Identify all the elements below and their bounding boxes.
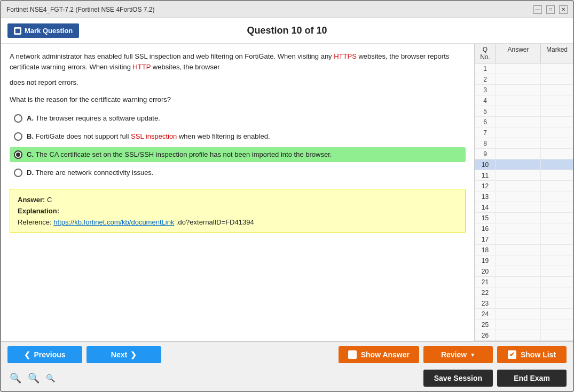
sidebar-row[interactable]: 10 xyxy=(475,159,573,170)
title-bar: Fortinet NSE4_FGT-7.2 (Fortinet NSE 4For… xyxy=(1,1,573,18)
sidebar-cell-num: 21 xyxy=(475,277,496,287)
review-button[interactable]: Review ▼ xyxy=(423,346,493,363)
http-word: HTTP xyxy=(132,63,151,71)
svg-rect-0 xyxy=(15,28,20,34)
sidebar-cell-num: 26 xyxy=(475,330,496,340)
q-text-part3: websites, the browser xyxy=(151,63,219,71)
sidebar-cell-marked xyxy=(541,223,573,234)
sidebar-row[interactable]: 24 xyxy=(475,309,573,319)
sidebar-cell-answer xyxy=(496,266,541,276)
action-right: Save Session End Exam xyxy=(423,370,567,387)
mark-question-button[interactable]: Mark Question xyxy=(7,23,79,38)
main-area: A network administrator has enabled full… xyxy=(1,44,573,341)
sidebar-cell-answer xyxy=(496,117,541,127)
sidebar-row[interactable]: 3 xyxy=(475,85,573,95)
sidebar-cell-num: 11 xyxy=(475,170,496,180)
minimize-button[interactable]: — xyxy=(533,5,542,14)
sidebar-row[interactable]: 2 xyxy=(475,74,573,85)
sidebar-row[interactable]: 15 xyxy=(475,213,573,223)
show-answer-button[interactable]: Show Answer xyxy=(339,346,419,363)
nav-center: Show Answer Review ▼ ✔ Show List xyxy=(339,346,567,363)
sidebar-cell-marked xyxy=(541,277,573,287)
close-button[interactable]: ✕ xyxy=(559,5,568,14)
sidebar-cell-marked xyxy=(541,127,573,138)
sidebar-cell-num: 16 xyxy=(475,223,496,234)
sidebar-cell-marked xyxy=(541,106,573,116)
sidebar-row[interactable]: 4 xyxy=(475,95,573,106)
previous-button[interactable]: Previous xyxy=(7,346,82,363)
sidebar-cell-marked xyxy=(541,181,573,191)
sidebar-row[interactable]: 22 xyxy=(475,287,573,298)
sidebar-cell-num: 7 xyxy=(475,127,496,138)
sidebar-row[interactable]: 5 xyxy=(475,106,573,117)
sidebar-cell-num: 18 xyxy=(475,245,496,255)
sidebar-row[interactable]: 12 xyxy=(475,181,573,191)
https-word: HTTPS xyxy=(334,52,357,60)
zoom-out-button[interactable]: 🔍 xyxy=(7,371,23,385)
zoom-in-button[interactable]: 🔍 xyxy=(44,371,57,385)
sidebar-row[interactable]: 14 xyxy=(475,202,573,213)
question-title: Question 10 of 10 xyxy=(247,25,327,36)
option-c-row[interactable]: C. The CA certificate set on the SSL/SSH… xyxy=(10,147,466,162)
option-a-row[interactable]: A. The browser requires a software updat… xyxy=(10,111,466,126)
option-b-row[interactable]: B. FortiGate does not support full SSL i… xyxy=(10,129,466,144)
window-controls: — □ ✕ xyxy=(533,5,568,14)
sidebar-cell-marked xyxy=(541,287,573,298)
option-a-label: A. The browser requires a software updat… xyxy=(27,114,160,122)
reference-link[interactable]: https://kb.fortinet.com/kb/documentLink xyxy=(53,218,174,226)
explanation-label: Explanation: xyxy=(18,207,59,215)
mark-question-label: Mark Question xyxy=(25,27,73,35)
option-d-row[interactable]: D. There are network connectivity issues… xyxy=(10,165,466,180)
sidebar-cell-marked xyxy=(541,74,573,84)
next-label: Next xyxy=(111,350,127,359)
option-b-label: B. FortiGate does not support full SSL i… xyxy=(27,132,270,140)
sidebar-rows: 1 2 3 4 5 6 7 8 xyxy=(475,63,573,341)
sidebar-row[interactable]: 1 xyxy=(475,63,573,74)
sidebar-row[interactable]: 19 xyxy=(475,255,573,266)
sidebar-row[interactable]: 18 xyxy=(475,245,573,255)
review-arrow-icon: ▼ xyxy=(470,352,475,358)
sidebar-cell-num: 6 xyxy=(475,117,496,127)
sidebar-cell-marked xyxy=(541,149,573,159)
option-d-radio[interactable] xyxy=(14,169,22,177)
sidebar-cell-answer xyxy=(496,245,541,255)
sidebar-header-qno: Q No. xyxy=(475,44,496,63)
sidebar-row[interactable]: 23 xyxy=(475,298,573,309)
sidebar-row[interactable]: 26 xyxy=(475,330,573,341)
sidebar-cell-answer xyxy=(496,255,541,266)
save-session-button[interactable]: Save Session xyxy=(423,370,493,387)
sidebar-cell-answer xyxy=(496,298,541,308)
sidebar-cell-num: 12 xyxy=(475,181,496,191)
sidebar-row[interactable]: 13 xyxy=(475,191,573,202)
sidebar-cell-marked xyxy=(541,309,573,319)
mark-icon xyxy=(14,27,21,35)
show-list-checkbox-icon: ✔ xyxy=(508,350,516,359)
maximize-button[interactable]: □ xyxy=(546,5,555,14)
zoom-reset-button[interactable]: 🔍 xyxy=(26,371,42,385)
sidebar-cell-num: 14 xyxy=(475,202,496,212)
bottom-bar: Previous Next Show Answer Review ▼ xyxy=(1,341,573,391)
sidebar-row[interactable]: 7 xyxy=(475,127,573,138)
sidebar-row[interactable]: 16 xyxy=(475,223,573,234)
sidebar-cell-answer xyxy=(496,181,541,191)
next-button[interactable]: Next xyxy=(87,346,161,363)
show-list-button[interactable]: ✔ Show List xyxy=(497,346,567,363)
option-c-radio[interactable] xyxy=(14,150,22,159)
sidebar-cell-answer xyxy=(496,138,541,148)
sidebar-row[interactable]: 21 xyxy=(475,277,573,287)
sidebar-row[interactable]: 25 xyxy=(475,319,573,330)
option-b-radio[interactable] xyxy=(14,132,22,141)
sidebar-cell-num: 9 xyxy=(475,149,496,159)
sidebar-row[interactable]: 6 xyxy=(475,117,573,127)
sidebar-row[interactable]: 9 xyxy=(475,149,573,159)
option-a-radio[interactable] xyxy=(14,114,22,123)
sidebar-row[interactable]: 11 xyxy=(475,170,573,181)
zoom-row: 🔍 🔍 🔍 Save Session End Exam xyxy=(1,367,573,391)
options-container: A. The browser requires a software updat… xyxy=(10,111,466,180)
sidebar-cell-num: 1 xyxy=(475,63,496,74)
end-exam-button[interactable]: End Exam xyxy=(497,370,567,387)
sidebar-row[interactable]: 17 xyxy=(475,234,573,245)
sidebar-row[interactable]: 8 xyxy=(475,138,573,149)
sidebar-cell-marked xyxy=(541,159,573,170)
sidebar-row[interactable]: 20 xyxy=(475,266,573,277)
